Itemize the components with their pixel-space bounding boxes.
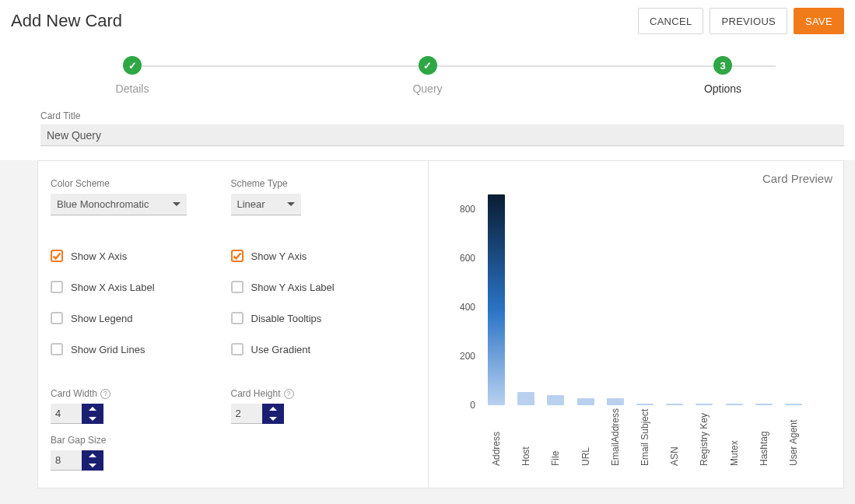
- step-details[interactable]: ✓ Details: [62, 56, 202, 95]
- checkbox-icon: [51, 312, 63, 324]
- show-grid-lines-checkbox[interactable]: Show Grid Lines: [51, 343, 231, 355]
- chart-bar: [517, 392, 534, 405]
- cancel-button[interactable]: CANCEL: [638, 8, 704, 34]
- chart-bar: [488, 194, 505, 405]
- step-options-label: Options: [704, 82, 741, 95]
- chart-bar: [755, 404, 773, 405]
- chart-bar: [607, 398, 624, 405]
- show-y-axis-label-checkbox[interactable]: Show Y Axis Label: [231, 281, 412, 293]
- disable-tooltips-label: Disable Tooltips: [251, 313, 322, 324]
- step-details-label: Details: [116, 82, 149, 95]
- bar-gap-input[interactable]: [51, 450, 82, 471]
- use-gradient-label: Use Gradient: [251, 344, 311, 355]
- card-width-input[interactable]: [51, 404, 82, 424]
- chart-bar: [636, 404, 654, 405]
- step-options[interactable]: 3 Options: [653, 56, 793, 95]
- step-query-badge: ✓: [419, 56, 437, 75]
- chart-bar: [577, 398, 594, 405]
- show-grid-lines-label: Show Grid Lines: [71, 344, 145, 355]
- show-y-axis-label: Show Y Axis: [251, 250, 307, 262]
- x-axis-label: Hashtag: [759, 408, 769, 466]
- x-axis-label: User Agent: [788, 408, 799, 466]
- check-icon: [51, 250, 63, 262]
- checkbox-icon: [51, 281, 63, 293]
- color-scheme-value: Blue Monochromatic: [57, 198, 149, 210]
- y-axis-tick: 200: [460, 351, 475, 362]
- show-x-axis-label: Show X Axis: [71, 250, 127, 262]
- chevron-down-icon: [173, 202, 180, 206]
- save-button[interactable]: SAVE: [794, 8, 844, 34]
- x-axis-label: EmailAddress: [610, 408, 621, 466]
- show-legend-checkbox[interactable]: Show Legend: [51, 312, 231, 324]
- card-width-label: Card Width: [51, 388, 97, 399]
- preview-panel: Card Preview 0200400600800 AddressHostFi…: [429, 161, 843, 488]
- step-details-badge: ✓: [123, 56, 142, 75]
- color-scheme-label: Color Scheme: [51, 178, 231, 189]
- bar-gap-stepper[interactable]: [82, 450, 103, 471]
- card-title-input[interactable]: [40, 124, 844, 146]
- arrow-down-icon[interactable]: [262, 414, 284, 424]
- show-x-axis-label-checkbox[interactable]: Show X Axis Label: [51, 281, 231, 293]
- use-gradient-checkbox[interactable]: Use Gradient: [231, 343, 412, 355]
- card-title-label: Card Title: [40, 110, 844, 121]
- stepper: ✓ Details ✓ Query 3 Options: [62, 56, 793, 103]
- y-axis-tick: 800: [460, 204, 475, 215]
- scheme-type-label: Scheme Type: [231, 178, 412, 189]
- card-height-input[interactable]: [231, 404, 262, 424]
- show-y-axis-checkbox[interactable]: Show Y Axis: [231, 250, 412, 262]
- arrow-up-icon[interactable]: [82, 404, 103, 414]
- chart-preview: 0200400600800 AddressHostFileURLEmailAdd…: [444, 178, 825, 466]
- checkbox-icon: [231, 343, 244, 355]
- x-axis-label: Email Subject: [639, 408, 650, 466]
- card-height-label: Card Height: [231, 388, 281, 399]
- checkbox-icon: [51, 343, 63, 355]
- options-panel: Color Scheme Blue Monochromatic Scheme T…: [38, 161, 429, 488]
- step-query-label: Query: [412, 82, 442, 95]
- show-y-axis-label-label: Show Y Axis Label: [251, 282, 335, 293]
- step-query[interactable]: ✓ Query: [358, 56, 498, 95]
- arrow-up-icon[interactable]: [82, 450, 103, 460]
- checkbox-icon: [231, 312, 244, 324]
- show-legend-label: Show Legend: [71, 313, 133, 324]
- card-width-stepper[interactable]: [82, 404, 103, 424]
- header-buttons: CANCEL PREVIOUS SAVE: [638, 8, 844, 34]
- chart-bar: [547, 395, 564, 405]
- check-icon: [231, 250, 244, 262]
- chart-bar: [696, 404, 713, 405]
- checkbox-icon: [231, 281, 244, 293]
- x-axis-label: ASN: [669, 408, 680, 466]
- arrow-up-icon[interactable]: [262, 404, 284, 414]
- help-icon[interactable]: ?: [284, 389, 294, 399]
- x-axis-label: Address: [491, 408, 502, 466]
- bar-gap-label: Bar Gap Size: [51, 435, 231, 446]
- show-x-axis-label-label: Show X Axis Label: [71, 282, 155, 293]
- x-axis-label: Mutex: [729, 408, 740, 466]
- x-axis-label: Host: [520, 408, 531, 466]
- x-axis-label: Registry Key: [699, 408, 710, 466]
- help-icon[interactable]: ?: [100, 389, 110, 399]
- scheme-type-value: Linear: [237, 198, 265, 210]
- chart-bar: [666, 404, 683, 405]
- show-x-axis-checkbox[interactable]: Show X Axis: [51, 250, 231, 262]
- x-axis-label: File: [550, 408, 561, 466]
- chart-bar: [785, 404, 802, 405]
- card-height-stepper[interactable]: [262, 404, 284, 424]
- arrow-down-icon[interactable]: [82, 460, 103, 471]
- scheme-type-select[interactable]: Linear: [231, 194, 301, 215]
- chevron-down-icon: [287, 202, 295, 206]
- step-options-badge: 3: [713, 56, 732, 75]
- y-axis-tick: 400: [460, 302, 475, 313]
- arrow-down-icon[interactable]: [82, 414, 103, 424]
- disable-tooltips-checkbox[interactable]: Disable Tooltips: [231, 312, 412, 324]
- color-scheme-select[interactable]: Blue Monochromatic: [51, 194, 187, 215]
- chart-bar: [726, 404, 743, 405]
- y-axis-tick: 0: [470, 400, 475, 411]
- x-axis-label: URL: [580, 408, 591, 466]
- previous-button[interactable]: PREVIOUS: [710, 8, 787, 34]
- y-axis-tick: 600: [460, 253, 475, 264]
- page-title: Add New Card: [11, 11, 122, 31]
